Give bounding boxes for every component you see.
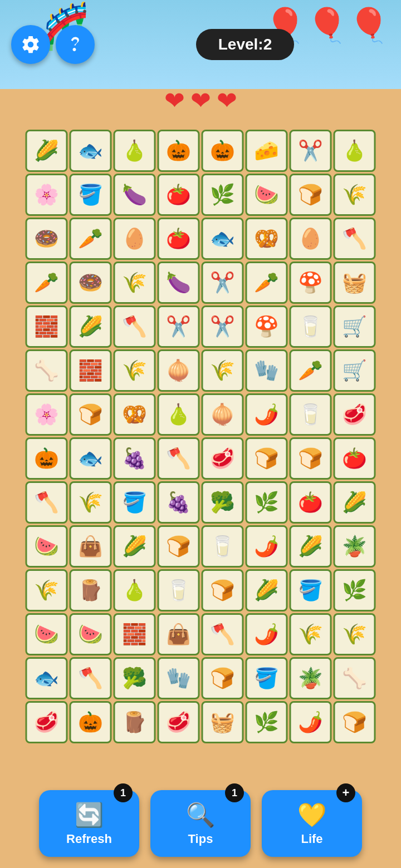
help-button[interactable] <box>56 25 95 64</box>
tile-84[interactable]: 🍞 <box>202 569 244 611</box>
tile-4[interactable]: 🎃 <box>202 130 244 172</box>
tile-29[interactable]: 🥕 <box>246 262 288 304</box>
tile-109[interactable]: 🌿 <box>246 701 288 743</box>
tile-24[interactable]: 🥕 <box>26 262 68 304</box>
tile-54[interactable]: 🥛 <box>290 393 332 436</box>
tile-9[interactable]: 🪣 <box>70 174 112 216</box>
tile-37[interactable]: 🍄 <box>246 305 288 348</box>
tile-93[interactable]: 🌶️ <box>246 613 288 655</box>
tile-56[interactable]: 🎃 <box>26 437 68 480</box>
tile-110[interactable]: 🌶️ <box>290 701 332 743</box>
tile-17[interactable]: 🥕 <box>70 218 112 260</box>
tile-1[interactable]: 🐟 <box>70 130 112 172</box>
tile-79[interactable]: 🪴 <box>334 525 376 568</box>
tile-34[interactable]: 🪓 <box>114 305 156 348</box>
tile-106[interactable]: 🪵 <box>114 701 156 743</box>
tile-22[interactable]: 🥚 <box>290 218 332 260</box>
tile-12[interactable]: 🌿 <box>202 174 244 216</box>
tile-70[interactable]: 🍅 <box>290 481 332 524</box>
tile-69[interactable]: 🌿 <box>246 481 288 524</box>
tile-13[interactable]: 🍉 <box>246 174 288 216</box>
tile-44[interactable]: 🌾 <box>202 349 244 392</box>
tile-48[interactable]: 🌸 <box>26 393 68 436</box>
tile-16[interactable]: 🍩 <box>26 218 68 260</box>
tile-71[interactable]: 🌽 <box>334 481 376 524</box>
tile-100[interactable]: 🍞 <box>202 657 244 699</box>
tile-78[interactable]: 🌽 <box>290 525 332 568</box>
tile-103[interactable]: 🦴 <box>334 657 376 699</box>
life-button[interactable]: + 💛 Life <box>262 790 362 857</box>
tile-8[interactable]: 🌸 <box>26 174 68 216</box>
refresh-button[interactable]: 1 🔄 Refresh <box>39 790 139 857</box>
tile-66[interactable]: 🪣 <box>114 481 156 524</box>
tips-button[interactable]: 1 🔍 Tips <box>150 790 251 857</box>
tile-15[interactable]: 🌾 <box>334 174 376 216</box>
tile-91[interactable]: 👜 <box>158 613 200 655</box>
tile-3[interactable]: 🎃 <box>158 130 200 172</box>
tile-67[interactable]: 🍇 <box>158 481 200 524</box>
tile-38[interactable]: 🥛 <box>290 305 332 348</box>
tile-0[interactable]: 🌽 <box>26 130 68 172</box>
tile-85[interactable]: 🌽 <box>246 569 288 611</box>
tile-39[interactable]: 🛒 <box>334 305 376 348</box>
tile-63[interactable]: 🍅 <box>334 437 376 480</box>
tile-50[interactable]: 🥨 <box>114 393 156 436</box>
tile-76[interactable]: 🥛 <box>202 525 244 568</box>
tile-47[interactable]: 🛒 <box>334 349 376 392</box>
tile-23[interactable]: 🪓 <box>334 218 376 260</box>
tile-30[interactable]: 🍄 <box>290 262 332 304</box>
tile-7[interactable]: 🍐 <box>334 130 376 172</box>
tile-58[interactable]: 🍇 <box>114 437 156 480</box>
tile-61[interactable]: 🍞 <box>246 437 288 480</box>
tile-82[interactable]: 🍐 <box>114 569 156 611</box>
tile-49[interactable]: 🍞 <box>70 393 112 436</box>
tile-41[interactable]: 🧱 <box>70 349 112 392</box>
tile-14[interactable]: 🍞 <box>290 174 332 216</box>
tile-97[interactable]: 🪓 <box>70 657 112 699</box>
tile-6[interactable]: ✂️ <box>290 130 332 172</box>
tile-51[interactable]: 🍐 <box>158 393 200 436</box>
tile-88[interactable]: 🍉 <box>26 613 68 655</box>
tile-55[interactable]: 🥩 <box>334 393 376 436</box>
tile-96[interactable]: 🐟 <box>26 657 68 699</box>
tile-20[interactable]: 🐟 <box>202 218 244 260</box>
tile-74[interactable]: 🌽 <box>114 525 156 568</box>
tile-5[interactable]: 🧀 <box>246 130 288 172</box>
tile-83[interactable]: 🥛 <box>158 569 200 611</box>
tile-94[interactable]: 🌾 <box>290 613 332 655</box>
tile-26[interactable]: 🌾 <box>114 262 156 304</box>
tile-68[interactable]: 🥦 <box>202 481 244 524</box>
tile-25[interactable]: 🍩 <box>70 262 112 304</box>
tile-101[interactable]: 🪣 <box>246 657 288 699</box>
tile-53[interactable]: 🌶️ <box>246 393 288 436</box>
tile-59[interactable]: 🪓 <box>158 437 200 480</box>
tile-19[interactable]: 🍅 <box>158 218 200 260</box>
tile-35[interactable]: ✂️ <box>158 305 200 348</box>
tile-52[interactable]: 🧅 <box>202 393 244 436</box>
tile-77[interactable]: 🌶️ <box>246 525 288 568</box>
tile-99[interactable]: 🧤 <box>158 657 200 699</box>
tile-75[interactable]: 🍞 <box>158 525 200 568</box>
tile-46[interactable]: 🥕 <box>290 349 332 392</box>
tile-108[interactable]: 🧺 <box>202 701 244 743</box>
tile-18[interactable]: 🥚 <box>114 218 156 260</box>
tile-42[interactable]: 🌾 <box>114 349 156 392</box>
tile-73[interactable]: 👜 <box>70 525 112 568</box>
tile-104[interactable]: 🥩 <box>26 701 68 743</box>
tile-40[interactable]: 🦴 <box>26 349 68 392</box>
tile-64[interactable]: 🪓 <box>26 481 68 524</box>
tile-111[interactable]: 🍞 <box>334 701 376 743</box>
tile-105[interactable]: 🎃 <box>70 701 112 743</box>
tile-33[interactable]: 🌽 <box>70 305 112 348</box>
tile-65[interactable]: 🌾 <box>70 481 112 524</box>
tile-11[interactable]: 🍅 <box>158 174 200 216</box>
tile-92[interactable]: 🪓 <box>202 613 244 655</box>
tile-60[interactable]: 🥩 <box>202 437 244 480</box>
tile-57[interactable]: 🐟 <box>70 437 112 480</box>
tile-90[interactable]: 🧱 <box>114 613 156 655</box>
tile-95[interactable]: 🌾 <box>334 613 376 655</box>
tile-21[interactable]: 🥨 <box>246 218 288 260</box>
tile-102[interactable]: 🪴 <box>290 657 332 699</box>
tile-36[interactable]: ✂️ <box>202 305 244 348</box>
tile-62[interactable]: 🍞 <box>290 437 332 480</box>
